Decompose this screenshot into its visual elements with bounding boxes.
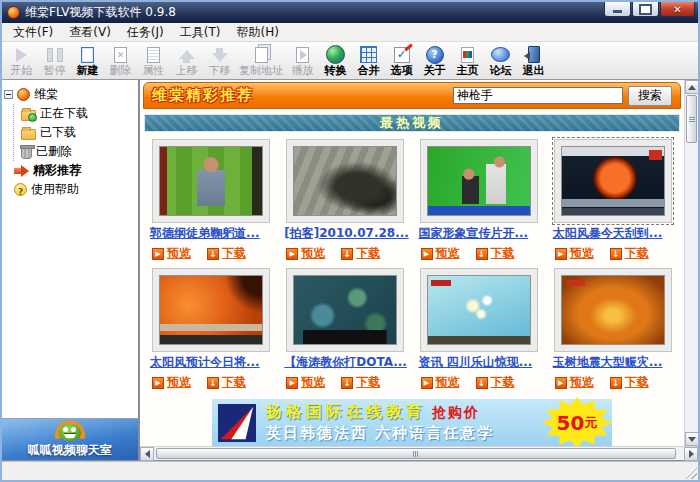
menu-view[interactable]: 查看(V) bbox=[61, 23, 119, 42]
homepage-icon bbox=[457, 45, 479, 64]
app-icon bbox=[7, 6, 20, 19]
tree-item-help[interactable]: 使用帮助 bbox=[4, 180, 136, 199]
scroll-down-button[interactable] bbox=[685, 432, 699, 446]
menu-tools[interactable]: 工具(T) bbox=[172, 23, 229, 42]
menu-file[interactable]: 文件(F) bbox=[5, 23, 61, 42]
maximize-button[interactable] bbox=[632, 2, 659, 17]
scroll-left-button[interactable] bbox=[140, 447, 154, 461]
preview-link-8[interactable]: 预览 bbox=[555, 374, 594, 391]
preview-link-7[interactable]: 预览 bbox=[421, 374, 460, 391]
video-thumbnail-1[interactable] bbox=[152, 139, 270, 223]
toolbar-merge-button[interactable]: 合并 bbox=[352, 45, 385, 77]
arrow-right-icon bbox=[689, 450, 694, 458]
video-thumbnail-5[interactable] bbox=[152, 268, 270, 352]
download-label: 下载 bbox=[625, 245, 649, 262]
banner-ad[interactable]: 扬格国际在线教育 抢购价 英日韩德法西 六种语言任意学 50 元 bbox=[212, 399, 612, 446]
preview-link-1[interactable]: 预览 bbox=[152, 245, 191, 262]
video-title-link-5[interactable]: 太阳风预计今日将... bbox=[145, 354, 276, 371]
vertical-scrollbar[interactable] bbox=[684, 80, 698, 446]
toolbar-exit-button[interactable]: 退出 bbox=[517, 45, 550, 77]
frog-mascot-icon bbox=[55, 421, 85, 441]
video-thumbnail-2[interactable] bbox=[286, 139, 404, 223]
close-button[interactable] bbox=[660, 2, 695, 17]
video-thumbnail-6[interactable] bbox=[286, 268, 404, 352]
video-title-link-8[interactable]: 玉树地震大型赈灾... bbox=[548, 354, 679, 371]
video-title-link-6[interactable]: 【海涛教你打DOTA... bbox=[279, 354, 410, 371]
toolbar-delete-button: 删除 bbox=[104, 45, 137, 77]
download-label: 下载 bbox=[222, 374, 246, 391]
tree-item-downloading[interactable]: 正在下载 bbox=[21, 104, 136, 123]
video-thumbnail-4[interactable] bbox=[554, 139, 672, 223]
tree-item-recommend[interactable]: 精彩推荐 bbox=[4, 161, 136, 180]
arrow-left-icon bbox=[145, 450, 150, 458]
preview-link-2[interactable]: 预览 bbox=[286, 245, 325, 262]
video-title-link-3[interactable]: 国家形象宣传片开... bbox=[414, 225, 545, 242]
forum-bubble-icon bbox=[490, 45, 512, 64]
downloading-folder-icon bbox=[21, 110, 36, 121]
window-controls bbox=[603, 2, 698, 17]
video-thumbnail-8[interactable] bbox=[554, 268, 672, 352]
vertical-scroll-thumb[interactable] bbox=[686, 95, 697, 143]
toolbar-about-label: 关于 bbox=[421, 65, 448, 77]
download-link-2[interactable]: 下载 bbox=[341, 245, 380, 262]
video-thumbnail-3[interactable] bbox=[420, 139, 538, 223]
preview-link-4[interactable]: 预览 bbox=[555, 245, 594, 262]
scroll-up-button[interactable] bbox=[685, 80, 699, 94]
minimize-button[interactable] bbox=[604, 2, 631, 17]
menu-task[interactable]: 任务(J) bbox=[119, 23, 172, 42]
trash-icon bbox=[21, 147, 32, 159]
properties-icon bbox=[143, 45, 165, 64]
download-link-5[interactable]: 下载 bbox=[207, 374, 246, 391]
video-actions-8: 预览 下载 bbox=[548, 374, 679, 391]
category-tree: 维棠 正在下载 已下载 已删除 bbox=[2, 80, 138, 418]
toolbar-forum-button[interactable]: 论坛 bbox=[484, 45, 517, 77]
collapse-minus-icon[interactable] bbox=[4, 90, 13, 99]
tree-item-weitang[interactable]: 维棠 bbox=[4, 85, 136, 104]
toolbar-options-button[interactable]: 选项 bbox=[385, 45, 418, 77]
download-icon bbox=[610, 377, 622, 389]
tree-item-deleted-label: 已删除 bbox=[36, 143, 72, 160]
horizontal-scroll-thumb[interactable] bbox=[156, 448, 676, 459]
menu-help[interactable]: 帮助(H) bbox=[228, 23, 286, 42]
horizontal-scrollbar[interactable] bbox=[140, 446, 698, 460]
toolbar-pause-label: 暂停 bbox=[41, 65, 68, 77]
download-link-7[interactable]: 下载 bbox=[476, 374, 515, 391]
resize-grip[interactable] bbox=[684, 466, 697, 479]
video-title-link-4[interactable]: 太阳风暴今天刮到... bbox=[548, 225, 679, 242]
download-icon bbox=[341, 377, 353, 389]
preview-label: 预览 bbox=[436, 245, 460, 262]
video-card-2: [拍客]2010.07.28... 预览 下载 bbox=[279, 136, 410, 264]
preview-icon bbox=[286, 248, 298, 260]
tree-children: 正在下载 已下载 已删除 bbox=[13, 104, 136, 161]
arrow-down-icon bbox=[688, 437, 696, 442]
download-link-1[interactable]: 下载 bbox=[207, 245, 246, 262]
preview-label: 预览 bbox=[167, 374, 191, 391]
toolbar-homepage-label: 主页 bbox=[454, 65, 481, 77]
toolbar-new-button[interactable]: 新建 bbox=[71, 45, 104, 77]
preview-link-5[interactable]: 预览 bbox=[152, 374, 191, 391]
toolbar-about-button[interactable]: 关于 bbox=[418, 45, 451, 77]
download-link-6[interactable]: 下载 bbox=[341, 374, 380, 391]
chat-room-ad[interactable]: 呱呱视频聊天室 bbox=[2, 418, 138, 460]
search-input[interactable] bbox=[453, 87, 623, 104]
preview-label: 预览 bbox=[570, 374, 594, 391]
preview-icon bbox=[555, 377, 567, 389]
download-link-4[interactable]: 下载 bbox=[610, 245, 649, 262]
video-title-link-2[interactable]: [拍客]2010.07.28... bbox=[279, 225, 410, 242]
video-thumbnail-7[interactable] bbox=[420, 268, 538, 352]
tree-item-deleted[interactable]: 已删除 bbox=[21, 142, 136, 161]
download-link-3[interactable]: 下载 bbox=[476, 245, 515, 262]
video-grid: 郭德纲徒弟鞠躬道... 预览 下载 bbox=[143, 135, 681, 394]
video-title-link-7[interactable]: 资讯 四川乐山惊现... bbox=[414, 354, 545, 371]
preview-link-6[interactable]: 预览 bbox=[286, 374, 325, 391]
search-button[interactable]: 搜索 bbox=[628, 86, 672, 106]
tree-item-downloaded[interactable]: 已下载 bbox=[21, 123, 136, 142]
preview-link-3[interactable]: 预览 bbox=[421, 245, 460, 262]
toolbar-homepage-button[interactable]: 主页 bbox=[451, 45, 484, 77]
toolbar-convert-button[interactable]: 转换 bbox=[319, 45, 352, 77]
video-title-link-1[interactable]: 郭德纲徒弟鞠躬道... bbox=[145, 225, 276, 242]
download-link-8[interactable]: 下载 bbox=[610, 374, 649, 391]
scroll-right-button[interactable] bbox=[684, 447, 698, 461]
download-icon bbox=[476, 248, 488, 260]
toolbar-options-label: 选项 bbox=[388, 65, 415, 77]
